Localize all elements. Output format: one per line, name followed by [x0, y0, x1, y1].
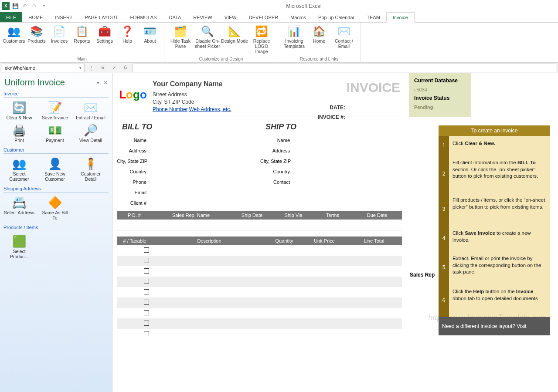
company-link[interactable]: Phone Number,Web Address, etc. — [153, 106, 231, 112]
table-row[interactable] — [117, 329, 402, 339]
sales-rep-label: Sales Rep — [410, 272, 435, 278]
ribbon-replace-logo[interactable]: 🔁Replace LOGO Image — [248, 24, 275, 55]
item-table: # / TaxableDescriptionQuantityUnit Price… — [117, 237, 402, 339]
ribbon-group-label: Customize and Design — [167, 56, 275, 62]
checkbox[interactable] — [144, 331, 149, 336]
chevron-down-icon[interactable]: ▾ — [79, 66, 82, 70]
label-date: DATE: — [318, 105, 345, 114]
tp-view-detail[interactable]: 🔎View Detail — [75, 122, 106, 144]
invoice-preview: Logo Your Company Name Street Address Ci… — [114, 74, 406, 339]
step-number: 6 — [439, 284, 449, 317]
ribbon-group-label: Resource and Links — [281, 56, 357, 62]
tab-developer[interactable]: DEVELOPER — [243, 12, 284, 22]
help-step: 3Fill products / items, or click the "on… — [439, 193, 550, 226]
tab-formulas[interactable]: FORMULAS — [124, 12, 163, 22]
ribbon-design-mode[interactable]: 📐Design Mode — [221, 24, 248, 44]
checkbox[interactable] — [144, 279, 149, 284]
table-row[interactable] — [117, 297, 402, 308]
save-icon[interactable]: 💾 — [11, 2, 19, 10]
checkbox[interactable] — [144, 258, 149, 263]
ship-to-heading: SHIP TO — [260, 122, 404, 132]
db-value: c5084 — [414, 87, 466, 92]
shipto-label: Address — [260, 148, 293, 153]
checkbox[interactable] — [144, 289, 149, 294]
bill-to-heading: BILL TO — [117, 122, 260, 132]
tab-review[interactable]: REVIEW — [187, 12, 218, 22]
tab-home[interactable]: HOME — [22, 12, 49, 22]
step-number: 2 — [439, 155, 449, 193]
tp-group-shipping-address: Shipping Address — [3, 186, 109, 193]
ribbon-invoices[interactable]: 📄Invoices — [48, 24, 71, 44]
tp-select-customer[interactable]: 👥Select Customer — [3, 155, 35, 182]
tp-select-products[interactable]: 🟩Select Produc... — [3, 233, 35, 260]
tab-view[interactable]: VIEW — [218, 12, 243, 22]
table-row[interactable] — [117, 318, 402, 329]
tp-same-as-bill-to[interactable]: 🔶Same As Bill To — [39, 194, 71, 221]
checkbox[interactable] — [144, 321, 149, 326]
redo-icon[interactable]: ↷ — [31, 2, 38, 10]
tp-clear-new[interactable]: 🔄Clear & New — [3, 99, 35, 121]
task-pane: Uniform Invoice ▾ ✕ Invoice🔄Clear & New📝… — [0, 73, 112, 392]
table-row[interactable] — [117, 287, 402, 297]
ribbon-home[interactable]: 🏠Home — [308, 24, 330, 44]
ribbon-tabs: FILE HOME INSERT PAGE LAYOUT FORMULAS DA… — [0, 12, 558, 23]
checkbox[interactable] — [144, 268, 149, 274]
item-col: Description — [153, 237, 266, 245]
billto-label: Email — [117, 190, 149, 195]
checkbox[interactable] — [144, 300, 149, 305]
cancel-icon[interactable]: ✕ — [99, 65, 107, 71]
table-row[interactable] — [117, 277, 402, 287]
label-invoice-number: INVOICE #: — [318, 114, 345, 124]
worksheet[interactable]: Logo Your Company Name Street Address Ci… — [112, 73, 558, 392]
tab-page-layout[interactable]: PAGE LAYOUT — [78, 12, 124, 22]
ribbon-contact-email[interactable]: ✉️Contact / Email — [330, 24, 357, 50]
ribbon-group-label: Main — [3, 56, 161, 62]
ribbon-invoicing-templates[interactable]: 📊Invoicing Templates — [281, 24, 308, 50]
ribbon-about[interactable]: 🪪About — [139, 24, 161, 44]
ribbon-hide-task-pane[interactable]: 🗂️Hide Task Pane — [167, 24, 194, 50]
tp-payment[interactable]: 💵Payment — [39, 122, 71, 144]
step-number: 3 — [439, 193, 449, 226]
tp-extract-email[interactable]: ✉️Extract / Email — [75, 99, 106, 121]
checkbox[interactable] — [144, 310, 149, 315]
save-invoice-icon: 📝 — [48, 100, 62, 115]
tp-save-new-customer[interactable]: 👤Save New Customer — [39, 155, 71, 182]
quick-access-toolbar: X 💾 ↶ ↷ ▾ — [0, 2, 50, 10]
name-box[interactable]: oknWhoName ▾ — [2, 64, 85, 72]
tab-macros[interactable]: Macros — [284, 12, 312, 22]
tp-save-invoice[interactable]: 📝Save Invoice — [39, 99, 71, 121]
table-row[interactable] — [117, 245, 402, 256]
tab-popup-calendar[interactable]: Pop-up Calendar — [312, 12, 361, 22]
taskpane-close-icon[interactable]: ✕ — [103, 80, 108, 86]
billto-label: Phone — [117, 179, 149, 185]
tp-print[interactable]: 🖨️Print — [3, 122, 35, 144]
table-row[interactable] — [117, 256, 402, 266]
item-col: Unit Price — [303, 237, 346, 245]
taskpane-menu-icon[interactable]: ▾ — [97, 80, 99, 86]
qat-dropdown-icon[interactable]: ▾ — [40, 2, 48, 10]
undo-icon[interactable]: ↶ — [21, 2, 29, 10]
tab-invoice[interactable]: Invoice — [386, 12, 415, 23]
step-text: Fill products / items, or click the "on-… — [449, 193, 550, 226]
ribbon-reports[interactable]: 📋Reports — [71, 24, 93, 44]
divider-icon: ⋮ — [87, 65, 96, 71]
formula-input[interactable] — [133, 64, 556, 72]
ribbon-products[interactable]: 📚Products — [25, 24, 48, 44]
ribbon-disable-picker[interactable]: 🔍Disable On-sheet Picker — [194, 24, 221, 50]
tab-file[interactable]: FILE — [0, 12, 22, 22]
ribbon-customers[interactable]: 👥Customers — [3, 24, 25, 44]
tp-select-address[interactable]: 📇Select Address — [3, 194, 35, 221]
fx-icon[interactable]: fx — [121, 64, 130, 71]
item-col: # / Taxable — [117, 237, 153, 245]
ribbon-settings[interactable]: 🧰Settings — [93, 24, 116, 44]
tp-customer-detail[interactable]: 🧍Customer Detail — [75, 155, 106, 182]
table-row[interactable] — [117, 266, 402, 277]
ribbon-help[interactable]: ❓Help — [116, 24, 139, 44]
tab-insert[interactable]: INSERT — [49, 12, 78, 22]
checkbox[interactable] — [144, 247, 149, 253]
enter-icon[interactable]: ✓ — [110, 65, 119, 71]
tab-team[interactable]: TEAM — [361, 12, 386, 22]
invoices-icon: 📄 — [52, 24, 66, 38]
table-row[interactable] — [117, 308, 402, 318]
tab-data[interactable]: DATA — [163, 12, 187, 22]
